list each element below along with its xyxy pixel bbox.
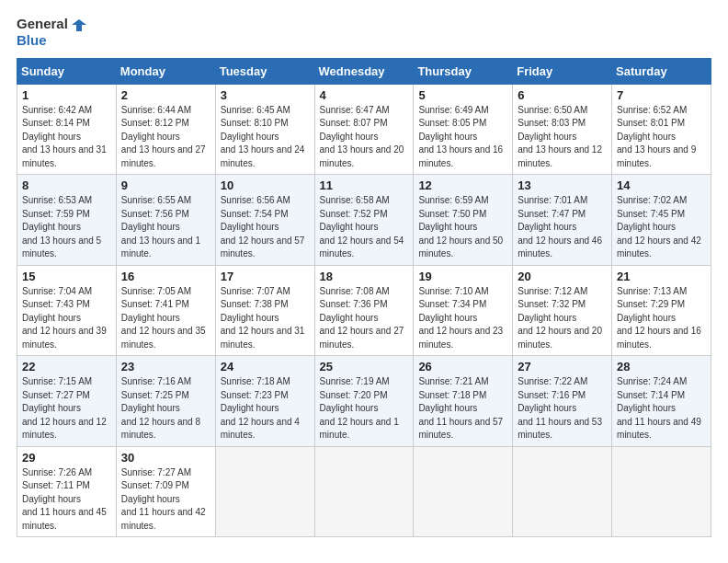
header: General Blue (17, 17, 711, 49)
day-info: Sunrise: 7:04 AMSunset: 7:43 PMDaylight … (22, 285, 111, 352)
day-cell: 27 Sunrise: 7:22 AMSunset: 7:16 PMDaylig… (513, 356, 612, 447)
day-info: Sunrise: 7:02 AMSunset: 7:45 PMDaylight … (617, 194, 706, 261)
day-cell: 2 Sunrise: 6:44 AMSunset: 8:12 PMDayligh… (116, 84, 215, 175)
day-number: 3 (221, 88, 310, 102)
day-number: 17 (221, 270, 310, 283)
day-info: Sunrise: 6:59 AMSunset: 7:50 PMDaylight … (418, 194, 507, 261)
day-info: Sunrise: 7:16 AMSunset: 7:25 PMDaylight … (121, 375, 210, 442)
day-cell (314, 446, 414, 537)
day-cell: 12 Sunrise: 6:59 AMSunset: 7:50 PMDaylig… (414, 175, 513, 266)
day-cell: 30 Sunrise: 7:27 AMSunset: 7:09 PMDaylig… (116, 446, 215, 537)
day-cell: 21 Sunrise: 7:13 AMSunset: 7:29 PMDaylig… (612, 265, 711, 356)
day-number: 26 (418, 360, 507, 373)
day-cell: 29 Sunrise: 7:26 AMSunset: 7:11 PMDaylig… (17, 446, 117, 537)
day-cell: 1 Sunrise: 6:42 AMSunset: 8:14 PMDayligh… (17, 84, 117, 175)
day-cell: 23 Sunrise: 7:16 AMSunset: 7:25 PMDaylig… (116, 356, 215, 447)
day-number: 9 (121, 178, 210, 192)
day-number: 29 (22, 451, 111, 465)
week-row-1: 1 Sunrise: 6:42 AMSunset: 8:14 PMDayligh… (17, 84, 711, 175)
day-info: Sunrise: 7:18 AMSunset: 7:23 PMDaylight … (221, 375, 310, 442)
day-cell: 11 Sunrise: 6:58 AMSunset: 7:52 PMDaylig… (314, 175, 414, 266)
day-cell: 28 Sunrise: 7:24 AMSunset: 7:14 PMDaylig… (612, 356, 711, 447)
day-info: Sunrise: 7:13 AMSunset: 7:29 PMDaylight … (617, 285, 706, 352)
day-number: 11 (320, 178, 409, 192)
day-number: 6 (518, 88, 607, 102)
day-info: Sunrise: 6:42 AMSunset: 8:14 PMDaylight … (22, 104, 111, 171)
day-cell: 9 Sunrise: 6:55 AMSunset: 7:56 PMDayligh… (116, 175, 215, 266)
day-cell: 18 Sunrise: 7:08 AMSunset: 7:36 PMDaylig… (314, 265, 414, 356)
col-header-friday: Friday (513, 58, 612, 84)
day-cell: 26 Sunrise: 7:21 AMSunset: 7:18 PMDaylig… (414, 356, 513, 447)
calendar-table: SundayMondayTuesdayWednesdayThursdayFrid… (17, 58, 711, 538)
day-info: Sunrise: 6:47 AMSunset: 8:07 PMDaylight … (320, 104, 409, 171)
col-header-saturday: Saturday (612, 58, 711, 84)
col-header-sunday: Sunday (17, 58, 117, 84)
logo-bird-icon (70, 17, 86, 33)
day-number: 30 (121, 451, 210, 465)
day-info: Sunrise: 6:45 AMSunset: 8:10 PMDaylight … (221, 104, 310, 171)
day-number: 25 (320, 360, 409, 373)
day-info: Sunrise: 6:55 AMSunset: 7:56 PMDaylight … (121, 194, 210, 261)
day-number: 28 (617, 360, 706, 373)
day-info: Sunrise: 6:50 AMSunset: 8:03 PMDaylight … (518, 104, 607, 171)
day-cell: 7 Sunrise: 6:52 AMSunset: 8:01 PMDayligh… (612, 84, 711, 175)
day-number: 12 (418, 178, 507, 192)
day-number: 4 (320, 88, 409, 102)
day-cell: 10 Sunrise: 6:56 AMSunset: 7:54 PMDaylig… (215, 175, 314, 266)
logo: General Blue (17, 17, 86, 49)
day-number: 20 (518, 270, 607, 283)
day-cell: 14 Sunrise: 7:02 AMSunset: 7:45 PMDaylig… (612, 175, 711, 266)
day-cell: 19 Sunrise: 7:10 AMSunset: 7:34 PMDaylig… (414, 265, 513, 356)
day-info: Sunrise: 6:49 AMSunset: 8:05 PMDaylight … (418, 104, 507, 171)
day-cell (612, 446, 711, 537)
header-row: SundayMondayTuesdayWednesdayThursdayFrid… (17, 58, 711, 84)
day-info: Sunrise: 7:10 AMSunset: 7:34 PMDaylight … (418, 285, 507, 352)
day-cell: 8 Sunrise: 6:53 AMSunset: 7:59 PMDayligh… (17, 175, 117, 266)
day-info: Sunrise: 6:44 AMSunset: 8:12 PMDaylight … (121, 104, 210, 171)
svg-marker-0 (72, 19, 86, 31)
day-info: Sunrise: 7:07 AMSunset: 7:38 PMDaylight … (221, 285, 310, 352)
day-info: Sunrise: 7:15 AMSunset: 7:27 PMDaylight … (22, 375, 111, 442)
day-cell: 3 Sunrise: 6:45 AMSunset: 8:10 PMDayligh… (215, 84, 314, 175)
day-info: Sunrise: 7:24 AMSunset: 7:14 PMDaylight … (617, 375, 706, 442)
day-number: 1 (22, 88, 111, 102)
day-cell: 20 Sunrise: 7:12 AMSunset: 7:32 PMDaylig… (513, 265, 612, 356)
day-cell: 17 Sunrise: 7:07 AMSunset: 7:38 PMDaylig… (215, 265, 314, 356)
day-cell: 24 Sunrise: 7:18 AMSunset: 7:23 PMDaylig… (215, 356, 314, 447)
day-info: Sunrise: 6:58 AMSunset: 7:52 PMDaylight … (320, 194, 409, 261)
day-cell: 4 Sunrise: 6:47 AMSunset: 8:07 PMDayligh… (314, 84, 414, 175)
week-row-4: 22 Sunrise: 7:15 AMSunset: 7:27 PMDaylig… (17, 356, 711, 447)
day-number: 24 (221, 360, 310, 373)
day-number: 13 (518, 178, 607, 192)
day-number: 22 (22, 360, 111, 373)
day-number: 23 (121, 360, 210, 373)
day-cell: 6 Sunrise: 6:50 AMSunset: 8:03 PMDayligh… (513, 84, 612, 175)
day-cell: 16 Sunrise: 7:05 AMSunset: 7:41 PMDaylig… (116, 265, 215, 356)
col-header-thursday: Thursday (414, 58, 513, 84)
calendar-page: General Blue SundayMondayTuesdayWednesda… (0, 0, 728, 563)
day-info: Sunrise: 7:05 AMSunset: 7:41 PMDaylight … (121, 285, 210, 352)
col-header-monday: Monday (116, 58, 215, 84)
day-number: 8 (22, 178, 111, 192)
day-number: 16 (121, 270, 210, 283)
day-cell: 15 Sunrise: 7:04 AMSunset: 7:43 PMDaylig… (17, 265, 117, 356)
day-number: 19 (418, 270, 507, 283)
day-number: 10 (221, 178, 310, 192)
day-number: 15 (22, 270, 111, 283)
day-info: Sunrise: 7:21 AMSunset: 7:18 PMDaylight … (418, 375, 507, 442)
col-header-tuesday: Tuesday (215, 58, 314, 84)
day-number: 18 (320, 270, 409, 283)
day-number: 5 (418, 88, 507, 102)
day-number: 27 (518, 360, 607, 373)
day-info: Sunrise: 7:26 AMSunset: 7:11 PMDaylight … (22, 466, 111, 534)
day-info: Sunrise: 7:27 AMSunset: 7:09 PMDaylight … (121, 466, 210, 534)
day-info: Sunrise: 7:01 AMSunset: 7:47 PMDaylight … (518, 194, 607, 261)
day-info: Sunrise: 7:08 AMSunset: 7:36 PMDaylight … (320, 285, 409, 352)
day-info: Sunrise: 6:56 AMSunset: 7:54 PMDaylight … (221, 194, 310, 261)
day-cell (215, 446, 314, 537)
day-info: Sunrise: 6:53 AMSunset: 7:59 PMDaylight … (22, 194, 111, 261)
day-number: 7 (617, 88, 706, 102)
day-number: 14 (617, 178, 706, 192)
day-cell: 5 Sunrise: 6:49 AMSunset: 8:05 PMDayligh… (414, 84, 513, 175)
day-info: Sunrise: 7:12 AMSunset: 7:32 PMDaylight … (518, 285, 607, 352)
